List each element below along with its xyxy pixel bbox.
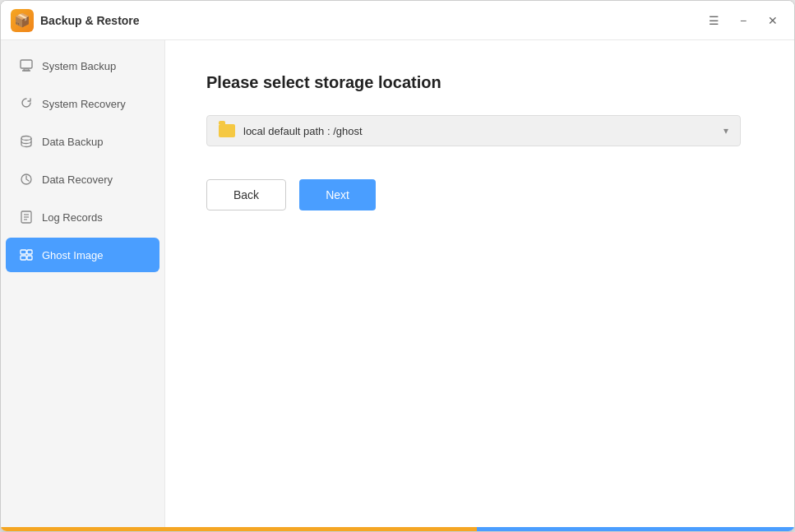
system-backup-icon (19, 58, 34, 73)
svg-rect-11 (21, 256, 26, 260)
storage-path-text: local default path : /ghost (243, 125, 723, 137)
sidebar-label-log-records: Log Records (42, 211, 103, 224)
content-area: Please select storage location local def… (165, 40, 794, 527)
sidebar-label-data-backup: Data Backup (42, 136, 103, 148)
data-recovery-icon (19, 172, 34, 187)
button-row: Back Next (206, 179, 753, 210)
sidebar-item-log-records[interactable]: Log Records (6, 200, 159, 234)
app-window: 📦 Backup & Restore ☰ − ✕ System Backu (0, 0, 795, 532)
close-button[interactable]: ✕ (761, 9, 784, 32)
title-bar: 📦 Backup & Restore ☰ − ✕ (1, 1, 794, 40)
page-title: Please select storage location (206, 73, 753, 92)
sidebar-item-system-recovery[interactable]: System Recovery (6, 86, 159, 121)
app-icon: 📦 (11, 9, 34, 32)
svg-rect-12 (27, 256, 32, 260)
app-icon-emoji: 📦 (14, 12, 30, 28)
sidebar-label-data-recovery: Data Recovery (42, 173, 113, 186)
main-layout: System Backup System Recovery (1, 40, 794, 527)
svg-rect-9 (21, 250, 26, 254)
title-bar-left: 📦 Backup & Restore (11, 9, 702, 32)
app-title: Backup & Restore (40, 14, 140, 27)
dropdown-arrow-icon: ▾ (723, 125, 728, 136)
log-records-icon (19, 210, 34, 224)
sidebar-item-ghost-image[interactable]: Ghost Image (6, 238, 159, 272)
svg-rect-10 (27, 250, 32, 254)
sidebar: System Backup System Recovery (1, 40, 165, 527)
sidebar-item-data-backup[interactable]: Data Backup (6, 124, 159, 159)
svg-rect-0 (21, 60, 32, 68)
svg-point-3 (21, 136, 31, 141)
folder-icon (219, 124, 235, 137)
menu-button[interactable]: ☰ (702, 9, 725, 32)
ghost-image-icon (19, 247, 34, 262)
next-button[interactable]: Next (299, 179, 376, 210)
bottom-accent-bar (1, 527, 794, 531)
sidebar-label-ghost-image: Ghost Image (42, 249, 103, 261)
data-backup-icon (19, 134, 34, 149)
storage-path-container: local default path : /ghost (219, 124, 723, 137)
storage-location-dropdown[interactable]: local default path : /ghost ▾ (206, 115, 741, 146)
sidebar-item-system-backup[interactable]: System Backup (6, 49, 159, 83)
system-recovery-icon (19, 96, 34, 111)
sidebar-label-system-backup: System Backup (42, 60, 116, 72)
sidebar-label-system-recovery: System Recovery (42, 98, 126, 110)
sidebar-item-data-recovery[interactable]: Data Recovery (6, 162, 159, 197)
minimize-button[interactable]: − (732, 9, 755, 32)
back-button[interactable]: Back (206, 179, 286, 210)
title-bar-controls: ☰ − ✕ (702, 9, 784, 32)
